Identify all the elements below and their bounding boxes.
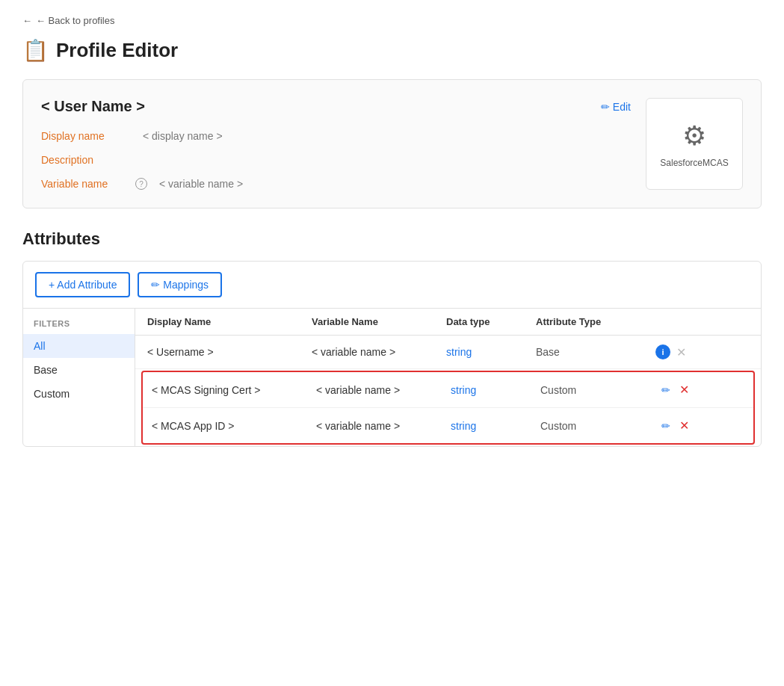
row-variable-name: < variable name > (316, 384, 451, 396)
app-name: SalesforceMCAS (660, 158, 728, 168)
back-arrow-icon: ← (22, 15, 32, 26)
table-area: Display Name Variable Name Data type Att… (135, 309, 761, 446)
profile-card: < User Name > ✏ Edit Display name < disp… (22, 79, 762, 208)
row-data-type: string (446, 346, 536, 358)
th-attribute-type: Attribute Type (536, 316, 655, 327)
delete-row-button[interactable]: ✕ (678, 417, 691, 434)
profile-info: < User Name > ✏ Edit Display name < disp… (41, 98, 631, 190)
table-row: < MCAS App ID > < variable name > string… (143, 408, 753, 443)
row-data-type: string (451, 420, 540, 432)
profile-name: < User Name > (41, 98, 145, 115)
variable-name-label-row: Variable name ? (41, 178, 147, 190)
display-name-label: Display name (41, 130, 131, 142)
row-attr-type: Base (536, 346, 655, 358)
page-title-area: 📋 Profile Editor (22, 38, 762, 63)
back-link-label: ← Back to profiles (36, 15, 115, 26)
info-icon[interactable]: i (655, 344, 670, 359)
filters-panel: FILTERS All Base Custom (23, 309, 135, 446)
attributes-body: FILTERS All Base Custom Display Name Var… (23, 309, 761, 446)
display-name-value: < display name > (143, 130, 223, 142)
th-data-type: Data type (446, 316, 536, 327)
row-actions: ✏ ✕ (660, 417, 705, 434)
variable-name-help-icon[interactable]: ? (135, 178, 147, 190)
row-display-name: < MCAS App ID > (152, 420, 316, 432)
delete-row-button[interactable]: ✕ (678, 381, 691, 398)
filters-label: FILTERS (23, 319, 135, 334)
edit-profile-button[interactable]: ✏ Edit (601, 101, 631, 113)
close-icon[interactable]: ✕ (676, 345, 686, 359)
variable-name-field: Variable name ? < variable name > (41, 178, 631, 190)
filter-all[interactable]: All (23, 334, 135, 358)
row-variable-name: < variable name > (312, 346, 446, 358)
variable-name-label: Variable name (41, 178, 131, 190)
filter-base[interactable]: Base (23, 358, 135, 382)
edit-row-button[interactable]: ✏ (660, 383, 672, 398)
app-gear-icon: ⚙ (682, 120, 706, 152)
table-row: < MCAS Signing Cert > < variable name > … (143, 372, 753, 408)
attributes-container: + Add Attribute ✏ Mappings FILTERS All B… (22, 261, 762, 447)
profile-name-row: < User Name > ✏ Edit (41, 98, 631, 115)
edit-row-button[interactable]: ✏ (660, 418, 672, 433)
row-data-type: string (451, 384, 540, 396)
row-attr-type: Custom (540, 420, 660, 432)
row-display-name: < MCAS Signing Cert > (152, 384, 316, 396)
row-attr-type: Custom (540, 384, 660, 396)
row-actions: i ✕ (655, 344, 700, 359)
th-variable-name: Variable Name (312, 316, 446, 327)
th-actions (655, 316, 700, 327)
back-to-profiles-link[interactable]: ← ← Back to profiles (22, 15, 762, 26)
th-display-name: Display Name (147, 316, 312, 327)
mappings-button[interactable]: ✏ Mappings (138, 272, 222, 297)
highlighted-rows-group: < MCAS Signing Cert > < variable name > … (141, 371, 755, 445)
row-display-name: < Username > (147, 346, 312, 358)
filter-custom[interactable]: Custom (23, 382, 135, 406)
row-variable-name: < variable name > (316, 420, 451, 432)
table-row: < Username > < variable name > string Ba… (135, 336, 761, 369)
profile-fields: Display name < display name > Descriptio… (41, 130, 631, 190)
page-title: Profile Editor (56, 39, 178, 62)
add-attribute-button[interactable]: + Add Attribute (35, 272, 130, 297)
page-title-icon: 📋 (22, 38, 49, 63)
description-label: Description (41, 154, 131, 166)
app-icon-card: ⚙ SalesforceMCAS (646, 98, 743, 190)
variable-name-value: < variable name > (159, 178, 243, 190)
row-actions: ✏ ✕ (660, 381, 705, 398)
display-name-field: Display name < display name > (41, 130, 631, 142)
attributes-section: Attributes + Add Attribute ✏ Mappings FI… (22, 229, 762, 447)
description-field: Description (41, 154, 631, 166)
attributes-toolbar: + Add Attribute ✏ Mappings (23, 262, 761, 309)
table-header: Display Name Variable Name Data type Att… (135, 309, 761, 336)
attributes-section-title: Attributes (22, 229, 762, 249)
